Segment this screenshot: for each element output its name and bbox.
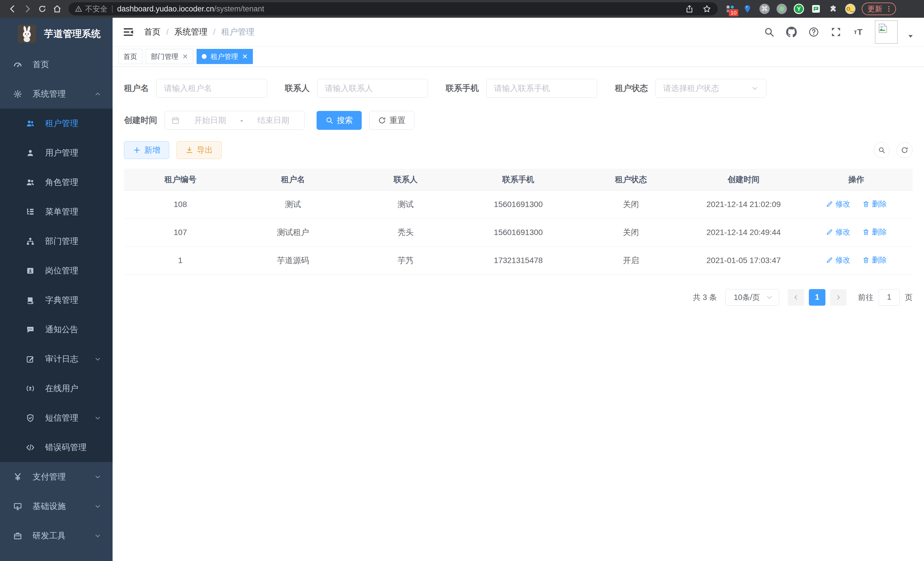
sidebar-item-在线用户[interactable]: 在线用户 xyxy=(0,374,112,403)
bookmark-star-icon[interactable] xyxy=(702,4,711,14)
audit-log-icon xyxy=(26,355,35,364)
goto-page-input[interactable]: 1 xyxy=(879,289,900,306)
sidebar-item-部门管理[interactable]: 部门管理 xyxy=(0,226,112,256)
sidebar-item-角色管理[interactable]: 角色管理 xyxy=(0,168,112,197)
sidebar-item-字典管理[interactable]: 字典管理 xyxy=(0,285,112,315)
chat-icon[interactable] xyxy=(811,4,821,14)
cell-actions: 修改 删除 xyxy=(800,190,913,218)
sidebar-item-审计日志[interactable]: 审计日志 xyxy=(0,344,112,374)
column-header: 联系手机 xyxy=(462,169,574,190)
sidebar-item-短信管理[interactable]: 短信管理 xyxy=(0,403,112,433)
grid-diamond-icon[interactable]: 10 xyxy=(725,4,735,14)
record-icon[interactable] xyxy=(777,4,787,14)
forward-button[interactable] xyxy=(20,2,35,16)
pay-yen-icon xyxy=(13,472,22,481)
tab-dept[interactable]: 部门管理 ✕ xyxy=(146,49,193,64)
help-icon[interactable] xyxy=(808,26,819,38)
sidebar-item-label: 错误码管理 xyxy=(45,442,87,453)
sidebar-item-首页[interactable]: 首页 xyxy=(0,50,112,79)
divider xyxy=(112,5,112,13)
reload-button[interactable] xyxy=(35,2,50,16)
sidebar-item-用户管理[interactable]: 用户管理 xyxy=(0,138,112,168)
contact-label: 联系人 xyxy=(285,83,310,94)
sidebar-item-label: 菜单管理 xyxy=(45,206,78,218)
sidebar-item-label: 系统管理 xyxy=(33,88,66,100)
tenant-name-input[interactable]: 请输入租户名 xyxy=(156,79,267,98)
refresh-icon xyxy=(378,116,386,124)
page-number-button[interactable]: 1 xyxy=(809,289,825,306)
fullscreen-icon[interactable] xyxy=(830,26,842,38)
chevron-down-icon xyxy=(94,474,101,480)
yu-icon[interactable]: Y xyxy=(794,4,804,14)
sidebar-item-错误码管理[interactable]: 错误码管理 xyxy=(0,433,112,462)
edit-link[interactable]: 修改 xyxy=(826,199,850,209)
close-icon[interactable]: ✕ xyxy=(182,53,188,60)
sidebar-item-通知公告[interactable]: 通知公告 xyxy=(0,315,112,344)
sidebar-item-基础设施[interactable]: 基础设施 xyxy=(0,492,112,521)
delete-link[interactable]: 删除 xyxy=(862,227,887,237)
sidebar-item-支付管理[interactable]: 支付管理 xyxy=(0,462,112,492)
cell-tenant-name: 芋道源码 xyxy=(237,247,349,274)
org-chart-icon xyxy=(26,237,35,246)
edit-link[interactable]: 修改 xyxy=(826,255,850,265)
end-date-input[interactable]: 结束日期 xyxy=(249,115,298,126)
close-icon[interactable]: ✕ xyxy=(242,53,248,60)
column-header: 创建时间 xyxy=(687,169,800,190)
app-logo[interactable]: 芋道管理系统 xyxy=(0,18,112,50)
cell-tenant-id: 108 xyxy=(124,190,237,218)
sidebar-item-菜单管理[interactable]: 菜单管理 xyxy=(0,197,112,226)
pin-icon[interactable] xyxy=(742,4,753,14)
not-secure-label: 不安全 xyxy=(85,4,107,14)
emoji-avatar-icon[interactable]: ʘ‿ xyxy=(845,4,855,14)
sidebar-collapse-icon[interactable] xyxy=(122,26,134,38)
page-size-select[interactable]: 10条/页 xyxy=(725,289,779,306)
table-row: 108 测试 测试 15601691300 关闭 2021-12-14 21:0… xyxy=(124,190,913,218)
tab-tenant-active[interactable]: 租户管理 ✕ xyxy=(196,49,253,64)
github-icon[interactable] xyxy=(786,26,797,38)
refresh-table-button[interactable] xyxy=(897,142,913,158)
breadcrumb-home[interactable]: 首页 xyxy=(144,26,160,38)
edit-link[interactable]: 修改 xyxy=(826,227,850,237)
pagination: 共 3 条 10条/页 1 前往 1 页 xyxy=(124,289,913,306)
puzzle-icon[interactable] xyxy=(828,4,838,14)
sidebar-item-研发工具[interactable]: 研发工具 xyxy=(0,521,112,550)
header-search-icon[interactable] xyxy=(764,26,775,38)
sidebar-item-租户管理[interactable]: 租户管理 xyxy=(0,109,112,138)
reset-button[interactable]: 重置 xyxy=(369,111,414,130)
font-size-icon[interactable]: тT xyxy=(853,26,864,38)
chevron-down-icon xyxy=(751,85,759,92)
share-icon[interactable] xyxy=(685,5,694,13)
cell-tenant-name: 测试租户 xyxy=(237,218,349,247)
browser-menu-icon[interactable] xyxy=(885,5,892,13)
command-icon[interactable]: ⌘ xyxy=(759,4,770,14)
breadcrumb-system[interactable]: 系统管理 xyxy=(174,26,207,38)
not-secure-icon xyxy=(75,5,82,13)
toggle-search-button[interactable] xyxy=(874,142,890,158)
chrome-update-button[interactable]: 更新 xyxy=(862,3,896,15)
delete-link[interactable]: 删除 xyxy=(862,255,887,265)
export-button[interactable]: 导出 xyxy=(177,141,222,159)
back-button[interactable] xyxy=(5,2,20,16)
next-page-button[interactable] xyxy=(830,289,847,306)
sidebar-item-系统管理[interactable]: 系统管理 xyxy=(0,79,112,109)
trash-icon xyxy=(862,256,870,264)
add-button[interactable]: 新增 xyxy=(124,141,169,159)
avatar-caret-down-icon[interactable] xyxy=(907,33,914,40)
home-button[interactable] xyxy=(50,2,64,16)
date-range-picker[interactable]: 开始日期 - 结束日期 xyxy=(165,111,304,130)
delete-link[interactable]: 删除 xyxy=(862,199,887,209)
sms-shield-icon xyxy=(26,414,35,423)
cell-status: 关闭 xyxy=(574,190,687,218)
tab-home[interactable]: 首页 xyxy=(118,49,142,64)
search-icon xyxy=(326,116,333,124)
contact-input[interactable]: 请输入联系人 xyxy=(317,79,428,98)
search-button[interactable]: 搜索 xyxy=(316,111,362,130)
mobile-input[interactable]: 请输入联系手机 xyxy=(486,79,597,98)
create-time-label: 创建时间 xyxy=(124,115,157,126)
address-bar[interactable]: 不安全 dashboard.yudao.iocoder.cn/system/te… xyxy=(69,2,718,15)
user-avatar[interactable] xyxy=(875,20,898,44)
sidebar-item-岗位管理[interactable]: 岗位管理 xyxy=(0,256,112,285)
prev-page-button[interactable] xyxy=(788,289,804,306)
start-date-input[interactable]: 开始日期 xyxy=(185,115,235,126)
status-select[interactable]: 请选择租户状态 xyxy=(656,79,766,98)
